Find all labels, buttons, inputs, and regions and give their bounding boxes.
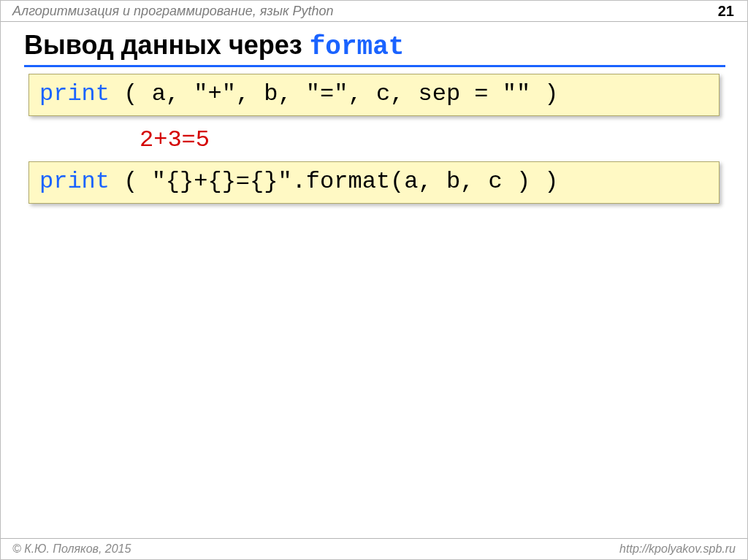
code2-keyword: print (39, 168, 110, 195)
header-title: Алгоритмизация и программирование, язык … (12, 4, 718, 19)
code-block-1: print ( a, "+", b, "=", c, sep = "" ) (28, 74, 720, 116)
title-underline (24, 65, 725, 67)
code-block-2: print ( "{}+{}={}".format(a, b, c ) ) (28, 161, 720, 204)
slide-title-text: Вывод данных через (24, 30, 310, 60)
slide-footer: © К.Ю. Поляков, 2015 http://kpolyakov.sp… (1, 538, 747, 559)
output-line: 2+3=5 (140, 126, 210, 153)
code1-body: ( a, "+", b, "=", c, sep = "" ) (110, 80, 559, 107)
code1-keyword: print (39, 80, 110, 107)
slide-title: Вывод данных через format (24, 30, 404, 62)
code2-body: ( "{}+{}={}".format(a, b, c ) ) (110, 168, 559, 195)
slide: Алгоритмизация и программирование, язык … (0, 0, 748, 560)
footer-copyright: © К.Ю. Поляков, 2015 (12, 542, 619, 556)
footer-link: http://kpolyakov.spb.ru (619, 542, 736, 556)
page-number: 21 (718, 3, 737, 20)
slide-title-code: format (310, 32, 405, 62)
slide-header: Алгоритмизация и программирование, язык … (1, 1, 747, 22)
